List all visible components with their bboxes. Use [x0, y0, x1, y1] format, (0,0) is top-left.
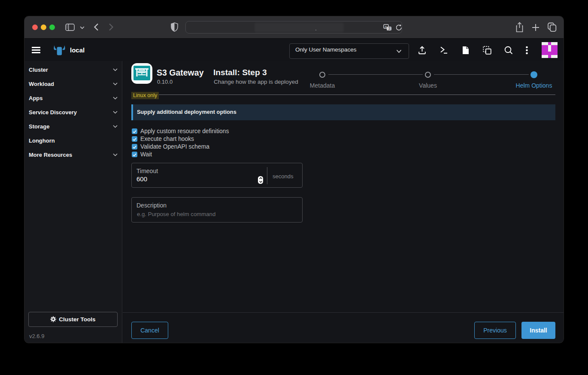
svg-text:文: 文: [388, 27, 391, 30]
